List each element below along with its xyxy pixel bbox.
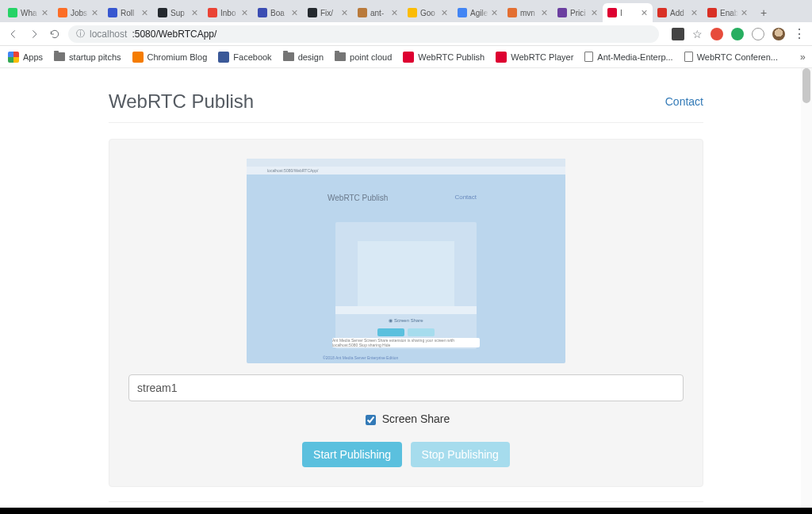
browser-tab[interactable]: Jobs bbox=[53, 3, 103, 22]
page-icon bbox=[684, 52, 693, 62]
contact-link[interactable]: Contact bbox=[665, 95, 703, 108]
menu-icon[interactable]: ⋮ bbox=[793, 28, 806, 40]
folder-icon bbox=[335, 52, 346, 61]
close-icon[interactable] bbox=[342, 10, 348, 16]
browser-tab[interactable]: Boa bbox=[253, 3, 303, 22]
avatar-icon[interactable] bbox=[772, 28, 785, 40]
browser-tab[interactable]: Agile bbox=[453, 3, 503, 22]
publish-panel: localhost:5080/WebRTCApp/ ◉ Screen Share… bbox=[109, 139, 703, 487]
bookmark-item[interactable]: WebRTC Player bbox=[496, 52, 573, 63]
tab-favicon bbox=[707, 8, 717, 17]
bookmark-item[interactable]: Facebook bbox=[218, 52, 271, 63]
scrollbar[interactable] bbox=[801, 68, 812, 508]
bookmarks-bar: Appsstartup pitchsChromium BlogFacebookd… bbox=[0, 46, 812, 68]
screen-share-row: Screen Share bbox=[128, 412, 684, 428]
bookmark-item[interactable]: WebRTC Conferen... bbox=[684, 52, 778, 62]
bookmark-item[interactable]: WebRTC Publish bbox=[403, 52, 485, 63]
bookmark-item[interactable]: point cloud bbox=[335, 52, 392, 62]
close-icon[interactable] bbox=[741, 10, 748, 16]
close-icon[interactable] bbox=[592, 10, 598, 16]
tab-title: Roll bbox=[121, 9, 139, 17]
browser-tab[interactable]: Sup bbox=[153, 3, 203, 22]
tab-title: Goo bbox=[420, 9, 439, 17]
browser-tab[interactable]: mvn bbox=[503, 3, 553, 22]
tab-favicon bbox=[258, 8, 267, 17]
tab-favicon bbox=[308, 8, 317, 17]
close-icon[interactable] bbox=[691, 10, 698, 16]
bookmark-label: Ant-Media-Enterp... bbox=[597, 52, 672, 62]
browser-tab[interactable]: Prici bbox=[553, 3, 603, 22]
bookmark-overflow-button[interactable]: » bbox=[800, 52, 806, 63]
address-bar[interactable]: ⓘ localhost:5080/WebRTCApp/ bbox=[68, 25, 659, 43]
tab-favicon bbox=[208, 8, 217, 17]
bookmark-label: WebRTC Player bbox=[511, 52, 573, 62]
close-icon[interactable] bbox=[642, 10, 648, 16]
tab-title: Boa bbox=[270, 9, 289, 17]
url-host: localhost bbox=[90, 29, 127, 40]
close-icon[interactable] bbox=[442, 10, 448, 16]
browser-tab[interactable]: Enab bbox=[703, 3, 753, 22]
bookmark-label: WebRTC Conferen... bbox=[697, 52, 778, 62]
angular-icon bbox=[496, 52, 507, 63]
browser-tab[interactable]: Goo bbox=[403, 3, 453, 22]
cast-icon[interactable] bbox=[672, 28, 684, 40]
browser-tabstrip: WhaJobsRollSupInboBoaFix/ant-GooAgilemvn… bbox=[0, 0, 812, 22]
ext-icon-1[interactable] bbox=[710, 28, 723, 40]
site-info-icon[interactable]: ⓘ bbox=[76, 28, 85, 40]
scrollbar-thumb[interactable] bbox=[802, 68, 810, 103]
browser-tab[interactable]: Fix/ bbox=[303, 3, 353, 22]
tab-title: ant- bbox=[370, 9, 389, 17]
bookmark-item[interactable]: Chromium Blog bbox=[132, 52, 208, 63]
tab-title: mvn bbox=[520, 9, 538, 17]
browser-tab[interactable]: ant- bbox=[353, 3, 403, 22]
browser-tab[interactable]: I bbox=[603, 3, 653, 22]
browser-tab[interactable]: Roll bbox=[103, 3, 153, 22]
ext-icon-2[interactable] bbox=[731, 28, 744, 40]
star-icon[interactable]: ☆ bbox=[692, 28, 703, 40]
start-publishing-button[interactable]: Start Publishing bbox=[302, 442, 402, 467]
close-icon[interactable] bbox=[392, 10, 398, 16]
tab-favicon bbox=[158, 8, 167, 17]
bookmark-label: design bbox=[298, 52, 324, 62]
ext-icon-3[interactable] bbox=[752, 28, 764, 40]
new-tab-button[interactable]: + bbox=[756, 5, 772, 21]
tab-favicon bbox=[557, 8, 567, 17]
bookmark-item[interactable]: Apps bbox=[8, 52, 43, 63]
angular-icon bbox=[403, 52, 414, 63]
bookmark-item[interactable]: design bbox=[283, 52, 324, 62]
tab-title: Agile bbox=[470, 9, 488, 17]
close-icon[interactable] bbox=[92, 10, 98, 16]
bookmark-label: point cloud bbox=[350, 52, 392, 62]
bookmark-item[interactable]: startup pitchs bbox=[54, 52, 121, 62]
close-icon[interactable] bbox=[242, 10, 248, 16]
stream-name-input[interactable] bbox=[128, 374, 684, 401]
close-icon[interactable] bbox=[42, 10, 48, 16]
close-icon[interactable] bbox=[542, 10, 548, 16]
forward-icon[interactable] bbox=[27, 27, 41, 41]
browser-tab[interactable]: Wha bbox=[3, 3, 53, 22]
folder-icon bbox=[54, 52, 65, 61]
browser-tab[interactable]: Inbo bbox=[203, 3, 253, 22]
browser-tab[interactable]: Add bbox=[653, 3, 703, 22]
screen-share-checkbox[interactable] bbox=[366, 415, 376, 425]
url-path: :5080/WebRTCApp/ bbox=[132, 29, 216, 40]
tab-favicon bbox=[358, 8, 367, 17]
tab-title: Jobs bbox=[71, 9, 89, 17]
back-icon[interactable] bbox=[6, 27, 21, 41]
close-icon[interactable] bbox=[292, 10, 298, 16]
close-icon[interactable] bbox=[492, 10, 498, 16]
preview-footer: ©2018 Ant Media Server Enterprise Editio… bbox=[323, 355, 398, 360]
reload-icon[interactable] bbox=[48, 27, 62, 41]
tab-favicon bbox=[508, 8, 517, 17]
tab-title: Inbo bbox=[220, 9, 239, 17]
tab-favicon bbox=[58, 8, 67, 17]
close-icon[interactable] bbox=[192, 10, 198, 16]
stop-publishing-button[interactable]: Stop Publishing bbox=[411, 442, 510, 467]
bookmark-item[interactable]: Ant-Media-Enterp... bbox=[584, 52, 672, 62]
close-icon[interactable] bbox=[142, 10, 148, 16]
tab-favicon bbox=[8, 8, 17, 17]
blogger-icon bbox=[132, 52, 144, 63]
bookmark-label: startup pitchs bbox=[69, 52, 121, 62]
tab-title: Enab bbox=[720, 9, 738, 17]
tab-favicon bbox=[657, 8, 667, 17]
